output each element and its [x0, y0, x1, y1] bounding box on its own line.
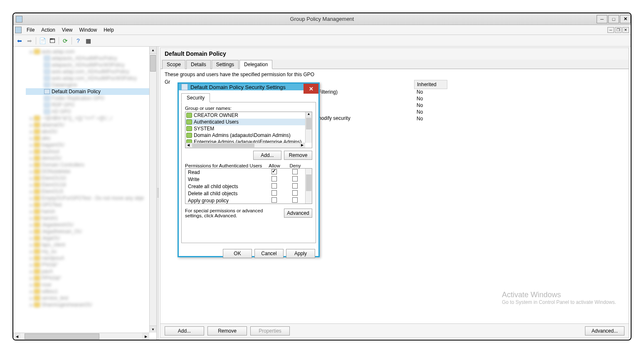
deny-checkbox[interactable]: [292, 197, 298, 203]
splitter[interactable]: [157, 47, 159, 340]
permissions-scrollbar[interactable]: [305, 169, 312, 204]
menu-file[interactable]: File: [23, 26, 38, 34]
permission-row: Apply group policy: [185, 197, 312, 204]
tree-vertical-scrollbar[interactable]: ▲▼: [149, 47, 156, 333]
user-icon: [186, 113, 192, 118]
inherited-cell: No: [417, 116, 423, 122]
help-button[interactable]: ?: [74, 36, 83, 45]
advanced-text: For special permissions or advanced sett…: [185, 208, 281, 218]
apply-button[interactable]: Apply: [286, 249, 315, 258]
close-button[interactable]: ✕: [620, 15, 631, 23]
deny-checkbox[interactable]: [292, 176, 298, 181]
allow-checkbox[interactable]: [271, 169, 277, 174]
perm-row-fragment-2: , modify security: [314, 115, 350, 121]
window-title: Group Policy Management: [290, 16, 354, 22]
inherited-cell: No: [417, 96, 423, 102]
mdi-minimize[interactable]: ─: [607, 27, 614, 33]
permission-row: Read: [185, 169, 312, 176]
mdi-close[interactable]: ✕: [622, 27, 629, 33]
list-item[interactable]: CREATOR OWNER: [185, 112, 312, 119]
col-inherited[interactable]: Inherited: [414, 80, 447, 89]
menu-action[interactable]: Action: [38, 26, 58, 34]
permission-row: Write: [185, 176, 312, 183]
add-group-button[interactable]: Add...: [253, 151, 281, 160]
allow-checkbox[interactable]: [271, 176, 277, 181]
dialog-titlebar[interactable]: Default Domain Policy Security Settings …: [179, 84, 318, 90]
allow-checkbox[interactable]: [271, 183, 277, 189]
allow-header: Allow: [264, 163, 285, 168]
delegation-advanced-button[interactable]: Advanced...: [585, 326, 624, 336]
minimize-button[interactable]: ─: [597, 15, 607, 23]
tab-details[interactable]: Details: [186, 60, 211, 69]
mdi-icon: [15, 27, 22, 33]
deny-checkbox[interactable]: [292, 190, 298, 196]
allow-checkbox[interactable]: [271, 190, 277, 196]
toolbar-button-3[interactable]: ▦: [84, 36, 93, 45]
toolbar-button-2[interactable]: 🗔: [48, 36, 57, 45]
remove-group-button[interactable]: Remove: [284, 151, 312, 160]
security-settings-dialog: Default Domain Policy Security Settings …: [178, 82, 320, 257]
delegation-add-button[interactable]: Add...: [165, 326, 204, 336]
detail-tabs: Scope Details Settings Delegation: [160, 60, 629, 69]
group-names-listbox[interactable]: CREATOR OWNER Authenticated Users SYSTEM…: [185, 112, 312, 148]
forward-button[interactable]: ➡: [25, 36, 34, 45]
user-icon: [186, 119, 192, 124]
back-button[interactable]: ⬅: [15, 36, 24, 45]
permissions-label: Permissions for Authenticated Users: [185, 163, 264, 168]
tree-pane: ▷auto.adap.com adapauto_ADAudMPocPolicy …: [13, 47, 157, 340]
user-icon: [186, 133, 192, 138]
windows-activation-watermark: Activate Windows Go to System in Control…: [502, 291, 616, 305]
listbox-scrollbar[interactable]: ▲: [305, 112, 312, 143]
listbox-hscrollbar[interactable]: ◀▶: [185, 143, 305, 148]
titlebar: Group Policy Management ─ □ ✕: [13, 13, 631, 25]
toolbar-button-1[interactable]: 📄: [38, 36, 47, 45]
permission-row: Create all child objects: [185, 183, 312, 190]
maximize-button[interactable]: □: [608, 15, 619, 23]
tree-item-default-domain-policy[interactable]: Default Domain Policy: [26, 88, 156, 95]
toolbar: ⬅ ➡ 📄 🗔 ⟳ ? ▦: [13, 35, 631, 47]
list-item[interactable]: Domain Admins (adapauto\Domain Admins): [185, 132, 312, 139]
tree[interactable]: ▷auto.adap.com adapauto_ADAudMPocPolicy …: [13, 47, 156, 308]
allow-checkbox[interactable]: [271, 197, 277, 203]
permissions-listbox[interactable]: Read Write Create all child objects Dele…: [185, 168, 312, 204]
menu-view[interactable]: View: [59, 26, 76, 34]
delegation-properties-button[interactable]: Properties: [250, 326, 290, 336]
deny-checkbox[interactable]: [292, 169, 298, 174]
gpo-title: Default Domain Policy: [160, 48, 629, 60]
inherited-cell: No: [417, 109, 423, 115]
group-names-label: Group or user names:: [185, 106, 312, 111]
app-icon: [16, 16, 22, 22]
inherited-cell: No: [417, 89, 423, 95]
advanced-button[interactable]: Advanced: [284, 209, 312, 218]
list-item[interactable]: SYSTEM: [185, 125, 312, 132]
permission-row: Delete all child objects: [185, 190, 312, 197]
list-item[interactable]: Authenticated Users: [185, 119, 312, 125]
cancel-button[interactable]: Cancel: [254, 249, 284, 258]
delegation-remove-button[interactable]: Remove: [207, 326, 247, 336]
refresh-button[interactable]: ⟳: [61, 36, 70, 45]
ok-button[interactable]: OK: [223, 249, 252, 258]
dialog-icon: [181, 84, 188, 90]
mdi-restore[interactable]: ❐: [615, 27, 622, 33]
delegation-description: These groups and users have the specifie…: [165, 72, 624, 77]
tree-horizontal-scrollbar[interactable]: ◀▶: [13, 333, 149, 340]
tab-scope[interactable]: Scope: [162, 60, 185, 69]
tab-settings[interactable]: Settings: [212, 60, 239, 69]
user-icon: [186, 126, 192, 131]
inherited-cell: No: [417, 102, 423, 108]
menu-window[interactable]: Window: [76, 26, 101, 34]
deny-checkbox[interactable]: [292, 183, 298, 189]
dialog-title: Default Domain Policy Security Settings: [190, 84, 286, 90]
deny-header: Deny: [285, 163, 306, 168]
menubar: File Action View Window Help ─ ❐ ✕: [13, 25, 631, 35]
dialog-tab-security[interactable]: Security: [181, 93, 210, 102]
dialog-close-button[interactable]: ✕: [303, 84, 318, 94]
menu-help[interactable]: Help: [100, 26, 117, 34]
tab-delegation[interactable]: Delegation: [239, 60, 272, 69]
